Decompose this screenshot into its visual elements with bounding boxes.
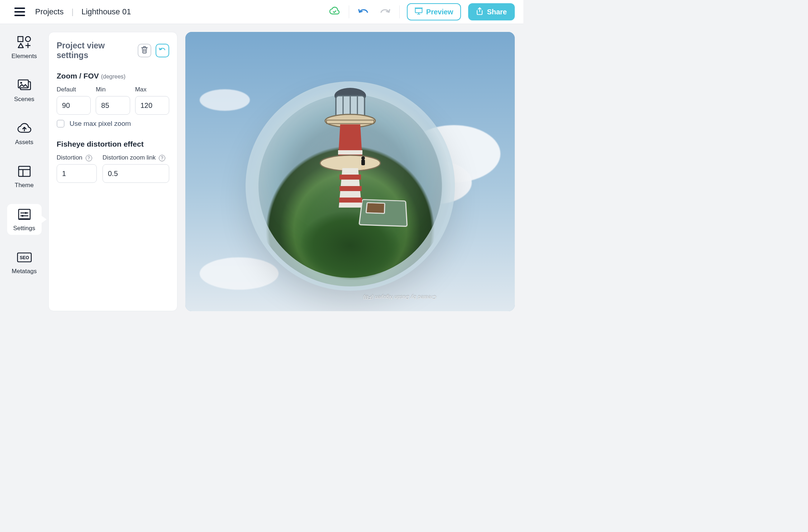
undo-button[interactable] — [356, 5, 371, 19]
svg-point-6 — [20, 82, 22, 84]
breadcrumb-separator: | — [71, 7, 73, 16]
zoom-default-label: Default — [57, 86, 91, 93]
reset-button[interactable] — [156, 44, 169, 57]
tiny-planet — [250, 86, 451, 286]
svg-rect-2 — [18, 37, 23, 42]
scenes-icon — [17, 78, 32, 93]
topbar-actions: Preview Share — [327, 3, 515, 20]
breadcrumb: Projects | Lighthouse 01 — [35, 7, 131, 16]
zoom-section-title: Zoom / FOV (degrees) — [57, 72, 169, 80]
svg-point-28 — [361, 156, 365, 160]
shapes-icon — [17, 35, 32, 50]
rail-label: Metatags — [12, 268, 37, 275]
cloud — [200, 89, 250, 111]
help-icon[interactable]: ? — [86, 155, 92, 161]
zoom-min-input[interactable] — [96, 96, 130, 115]
lighthouse — [314, 79, 386, 229]
scene-preview[interactable]: Created by Dustin Nguyen (FB) — [185, 32, 515, 311]
cloud-upload-icon — [17, 121, 32, 136]
image-credit: Created by Dustin Nguyen (FB) — [363, 295, 436, 300]
seo-icon: SEO — [17, 250, 32, 265]
fisheye-section-title: Fisheye distortion effect — [57, 140, 169, 148]
distortion-zoom-link-label: Distortion zoom link ? — [103, 154, 169, 161]
svg-text:SEO: SEO — [19, 255, 29, 260]
breadcrumb-project-name[interactable]: Lighthouse 01 — [81, 7, 131, 16]
rail-label: Settings — [13, 225, 35, 232]
zoom-default-input[interactable] — [57, 96, 91, 115]
svg-rect-26 — [338, 150, 362, 155]
help-icon[interactable]: ? — [159, 155, 165, 161]
use-max-pixel-zoom-label: Use max pixel zoom — [70, 120, 131, 128]
rail-item-elements[interactable]: Elements — [7, 32, 42, 63]
rail-item-theme[interactable]: Theme — [7, 161, 42, 192]
svg-rect-33 — [339, 186, 362, 191]
sliders-icon — [17, 207, 32, 222]
delete-button[interactable] — [138, 44, 151, 57]
svg-rect-0 — [415, 8, 422, 13]
panel-title: Project view settings — [57, 41, 133, 60]
svg-rect-30 — [361, 165, 363, 170]
redo-button[interactable] — [378, 5, 392, 19]
share-icon — [476, 7, 483, 17]
rail-item-metatags[interactable]: SEO Metatags — [7, 247, 42, 278]
svg-rect-32 — [339, 175, 361, 180]
layout-icon — [17, 164, 32, 179]
rail-item-assets[interactable]: Assets — [7, 118, 42, 149]
svg-rect-10 — [19, 209, 30, 219]
svg-point-12 — [25, 212, 27, 214]
svg-point-14 — [22, 215, 23, 217]
svg-rect-34 — [339, 198, 362, 203]
preview-label: Preview — [426, 8, 453, 16]
main: Elements Scenes Assets — [0, 24, 523, 319]
presentation-icon — [415, 8, 423, 16]
rail-item-scenes[interactable]: Scenes — [7, 75, 42, 106]
svg-rect-29 — [361, 160, 365, 165]
use-max-pixel-zoom-checkbox[interactable] — [57, 120, 65, 128]
settings-panel: Project view settings — [48, 32, 177, 311]
distortion-label: Distortion ? — [57, 154, 97, 161]
distortion-input[interactable] — [57, 164, 97, 183]
svg-rect-15 — [19, 218, 29, 219]
zoom-max-label: Max — [135, 86, 169, 93]
trash-icon — [141, 46, 148, 55]
divider — [399, 5, 400, 18]
distortion-zoom-link-input[interactable] — [103, 164, 169, 183]
share-button[interactable]: Share — [468, 3, 515, 20]
rail-label: Scenes — [14, 96, 34, 103]
rail-label: Elements — [11, 53, 37, 60]
cloud — [200, 257, 279, 290]
undo-icon — [158, 46, 166, 55]
top-bar: Projects | Lighthouse 01 — [0, 0, 523, 24]
zoom-max-input[interactable] — [135, 96, 169, 115]
zoom-min-label: Min — [96, 86, 130, 93]
svg-rect-7 — [19, 166, 30, 176]
divider — [349, 5, 349, 18]
rail-item-settings[interactable]: Settings — [7, 204, 42, 235]
zoom-hint: (degrees) — [101, 73, 125, 80]
rail-label: Theme — [15, 182, 34, 189]
breadcrumb-projects[interactable]: Projects — [35, 7, 63, 16]
preview-button[interactable]: Preview — [407, 3, 461, 20]
svg-point-3 — [25, 37, 30, 42]
menu-button[interactable] — [14, 6, 25, 17]
sync-status-icon[interactable] — [327, 5, 342, 19]
rail-label: Assets — [15, 139, 33, 146]
left-rail: Elements Scenes Assets — [0, 24, 48, 319]
share-label: Share — [487, 8, 507, 16]
svg-rect-31 — [363, 165, 365, 170]
